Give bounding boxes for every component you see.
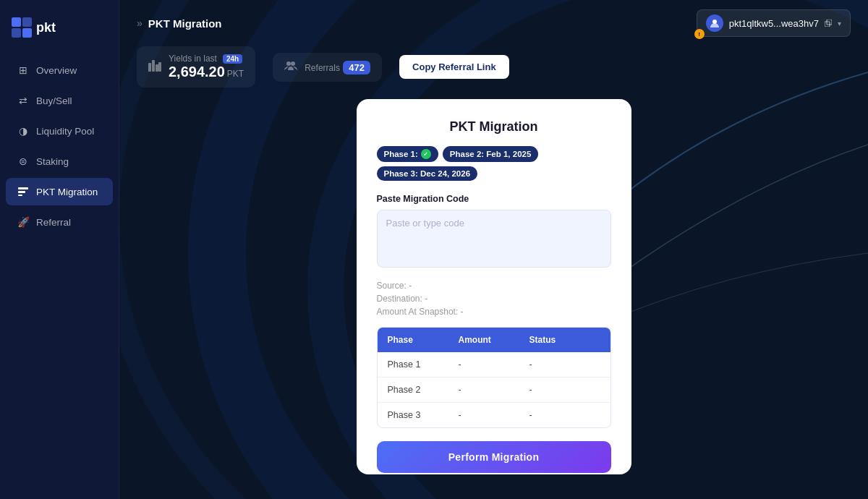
phase-2-badge[interactable]: Phase 2: Feb 1, 2025 — [443, 146, 539, 162]
sidebar-item-staking[interactable]: ⊜ Staking — [6, 148, 113, 175]
row3-amount: - — [459, 410, 529, 420]
account-warning-icon: ! — [694, 29, 705, 39]
migration-card: PKT Migration Phase 1: ✓ Phase 2: Feb 1,… — [357, 99, 631, 474]
main-content: » PKT Migration ! pkt1qltkw5...wea3hv7 ▾ — [119, 0, 868, 499]
svg-rect-9 — [18, 195, 22, 196]
svg-point-17 — [286, 61, 291, 66]
source-row: Source: - — [377, 281, 611, 291]
sidebar-item-label: Liquidity Pool — [36, 126, 94, 137]
table-row: Phase 2 - - — [378, 378, 610, 403]
sidebar-item-label: Buy/Sell — [36, 95, 72, 106]
staking-icon: ⊜ — [17, 155, 29, 167]
row1-status: - — [529, 359, 600, 370]
table-row: Phase 3 - - — [378, 403, 610, 427]
pkt-migration-icon — [17, 186, 29, 197]
topbar-left: » PKT Migration — [137, 17, 221, 30]
col-phase: Phase — [388, 335, 459, 345]
phase-2-label: Phase 2: Feb 1, 2025 — [450, 150, 532, 158]
row2-amount: - — [459, 385, 529, 395]
copy-icon — [825, 20, 832, 27]
phases-row: Phase 1: ✓ Phase 2: Feb 1, 2025 Phase 3:… — [377, 146, 611, 181]
destination-row: Destination: - — [377, 294, 611, 304]
row3-phase: Phase 3 — [388, 410, 459, 420]
amount-snapshot-value: - — [461, 307, 464, 317]
amount-snapshot-label: Amount At Snapshot: — [377, 307, 459, 317]
chevron-down-icon: ▾ — [838, 20, 841, 27]
referrals-icon — [284, 60, 297, 74]
table-row: Phase 1 - - — [378, 352, 610, 378]
col-amount: Amount — [459, 335, 529, 345]
svg-rect-8 — [18, 191, 25, 193]
svg-rect-5 — [12, 28, 21, 38]
buy-sell-icon: ⇄ — [17, 95, 29, 106]
logo: pkt — [0, 12, 119, 55]
phase-3-badge[interactable]: Phase 3: Dec 24, 2026 — [377, 166, 478, 181]
topbar-right: ! pkt1qltkw5...wea3hv7 ▾ — [697, 9, 851, 37]
yields-icon — [148, 60, 161, 74]
yields-value: 2,694.20 — [169, 64, 225, 80]
source-value: - — [409, 281, 412, 291]
svg-rect-4 — [22, 17, 32, 27]
col-status: Status — [529, 335, 600, 345]
destination-label: Destination: — [377, 294, 422, 304]
svg-rect-16 — [158, 62, 161, 72]
row2-phase: Phase 2 — [388, 385, 459, 395]
sidebar-item-label: Overview — [36, 65, 77, 76]
yields-label: Yields in last — [169, 54, 217, 64]
destination-value: - — [425, 294, 427, 304]
row1-amount: - — [459, 359, 529, 370]
liquidity-pool-icon: ◑ — [17, 125, 29, 137]
source-label: Source: — [377, 281, 407, 291]
amount-snapshot-row: Amount At Snapshot: - — [377, 307, 611, 317]
sidebar-item-buy-sell[interactable]: ⇄ Buy/Sell — [6, 87, 113, 114]
svg-rect-15 — [156, 64, 158, 72]
referrals-info: Referrals 472 — [305, 61, 370, 74]
table-header: Phase Amount Status — [378, 328, 610, 352]
avatar — [706, 14, 723, 32]
yields-stat: Yields in last 24h 2,694.20 PKT — [137, 46, 255, 88]
sidebar-item-pkt-migration[interactable]: PKT Migration — [6, 178, 113, 205]
perform-migration-button[interactable]: Perform Migration — [377, 441, 611, 473]
logo-text: pkt — [36, 20, 56, 35]
yields-period-badge: 24h — [223, 54, 242, 64]
code-section-label: Paste Migration Code — [377, 194, 611, 204]
yields-unit: PKT — [227, 69, 244, 79]
row3-status: - — [529, 410, 600, 420]
referral-icon: 🚀 — [17, 216, 29, 228]
svg-rect-7 — [18, 187, 28, 189]
referrals-stat: Referrals 472 — [273, 53, 382, 82]
sidebar-item-label: Staking — [36, 156, 69, 167]
migration-code-input[interactable] — [377, 210, 611, 268]
row1-phase: Phase 1 — [388, 359, 459, 370]
copy-referral-button[interactable]: Copy Referral Link — [399, 55, 509, 79]
breadcrumb-arrow: » — [137, 17, 142, 29]
content-area: PKT Migration Phase 1: ✓ Phase 2: Feb 1,… — [119, 99, 868, 499]
sidebar: pkt ⊞ Overview ⇄ Buy/Sell ◑ Liquidity Po… — [0, 0, 119, 499]
topbar: » PKT Migration ! pkt1qltkw5...wea3hv7 ▾ — [119, 0, 868, 46]
referrals-label: Referrals — [305, 63, 340, 73]
svg-point-18 — [291, 61, 295, 66]
logo-icon — [12, 17, 32, 38]
phase-1-label: Phase 1: — [384, 150, 418, 158]
sidebar-item-label: PKT Migration — [36, 187, 98, 197]
stats-bar: Yields in last 24h 2,694.20 PKT Referral… — [119, 46, 868, 99]
account-label: pkt1qltkw5...wea3hv7 — [729, 18, 819, 29]
phase-1-check-icon: ✓ — [421, 149, 431, 159]
overview-icon: ⊞ — [17, 64, 29, 76]
svg-rect-13 — [148, 63, 151, 72]
svg-rect-6 — [22, 28, 32, 38]
phase-3-label: Phase 3: Dec 24, 2026 — [384, 169, 471, 178]
sidebar-item-referral[interactable]: 🚀 Referral — [6, 208, 113, 236]
account-button[interactable]: ! pkt1qltkw5...wea3hv7 ▾ — [697, 9, 851, 37]
row2-status: - — [529, 385, 600, 395]
page-title: PKT Migration — [148, 17, 222, 30]
card-title: PKT Migration — [377, 119, 611, 135]
svg-rect-3 — [12, 17, 21, 27]
referrals-count: 472 — [343, 61, 370, 74]
sidebar-item-label: Referral — [36, 217, 71, 228]
phase-1-badge[interactable]: Phase 1: ✓ — [377, 146, 438, 162]
sidebar-item-overview[interactable]: ⊞ Overview — [6, 56, 113, 84]
phases-table: Phase Amount Status Phase 1 - - Phase 2 … — [377, 327, 611, 428]
sidebar-item-liquidity-pool[interactable]: ◑ Liquidity Pool — [6, 117, 113, 145]
svg-rect-14 — [152, 60, 155, 72]
